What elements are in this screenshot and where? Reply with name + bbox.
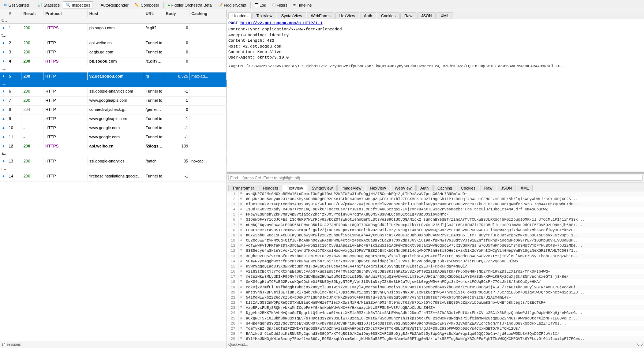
tab-syntaxview-req[interactable]: SyntaxView	[277, 12, 306, 19]
tab-syntaxview-resp[interactable]: SyntaxView	[308, 185, 337, 191]
table-row[interactable]: ▲ 2 200 HTTP api.weibo.cn Tunnel to 0	[0, 39, 226, 48]
copy-icon[interactable]: ⊞	[240, 310, 245, 315]
copy-icon[interactable]: ⊞	[240, 269, 245, 273]
code-text: RSwr9gqoQLad3J3X3WRvbtGDhP0IF3AEsC2eFUe6…	[246, 264, 643, 269]
th-content-type[interactable]: Content-Type	[0, 17, 7, 23]
statistics-button[interactable]: 📊 Statistics	[35, 1, 62, 8]
table-row[interactable]: ▲ 11 - HTTP www.google.com Tunnel to -1	[0, 133, 226, 142]
timeline-button[interactable]: ≡ Timeline	[291, 2, 315, 8]
th-body[interactable]: Body	[164, 10, 190, 17]
line-number: 19	[228, 285, 239, 290]
code-line: 29 ⊞ 6YlYHaJNMOjNWlmBmcny7Rbz41AaB6OvjEO…	[227, 336, 644, 341]
th-host[interactable]: Host	[88, 10, 144, 17]
copy-icon[interactable]: ⊞	[240, 295, 245, 299]
th-result[interactable]: Result	[22, 10, 44, 17]
get-started-button[interactable]: ⊕ Get Started	[1, 1, 31, 8]
copy-icon[interactable]: ⊞	[240, 222, 245, 227]
copy-icon[interactable]: ⊞	[240, 326, 245, 330]
copy-icon[interactable]: ⊞	[240, 243, 245, 247]
table-row[interactable]: ▲ 7 200 HTTP www.googleapis.com Tunnel t…	[0, 97, 226, 106]
tab-webview-resp[interactable]: WebView	[391, 185, 416, 191]
th-number[interactable]: #	[7, 10, 22, 17]
tab-webforms[interactable]: WebForms	[307, 12, 335, 19]
th-icon[interactable]	[0, 10, 7, 17]
tab-headers-resp[interactable]: Headers	[259, 185, 282, 191]
fiddler-script-button[interactable]: 📝 FiddlerScript	[215, 1, 249, 8]
tab-raw-resp[interactable]: Raw	[480, 185, 496, 191]
copy-icon[interactable]: ⊞	[240, 331, 245, 336]
response-content[interactable]: 1 ⊞ avaQUPZ02Mm0MOXcBSWcl6toDemof3oEgU70…	[227, 191, 644, 341]
fiddler-orchestra-button[interactable]: ● Fiddler Orchestra Beta	[165, 2, 214, 8]
filters-button[interactable]: ⊟ Filters	[270, 1, 290, 8]
sessions-table[interactable]: # Result Protocol Host URL Body Caching …	[0, 10, 226, 341]
copy-icon[interactable]: ⊞	[240, 290, 245, 294]
tab-auth-resp[interactable]: Auth	[416, 185, 433, 191]
table-row[interactable]: ▲ 8 204 HTTP connectivitycheck.g... /gen…	[0, 106, 226, 115]
tab-imageview-resp[interactable]: ImageView	[337, 185, 365, 191]
copy-icon[interactable]: ⊞	[240, 248, 245, 252]
copy-icon[interactable]: ⊞	[240, 279, 245, 284]
code-line: 10 ⊞ CL2Qc6wwrzyNNtGq+QiflE/hoAnMnOe2WRA…	[227, 238, 644, 243]
request-url[interactable]: http://v2.get.sogou.com/q HTTP/1.1	[240, 21, 322, 25]
composer-button[interactable]: ✏️ Composer	[132, 1, 162, 8]
tab-hexview-resp[interactable]: HexView	[366, 185, 390, 191]
quickfind-label[interactable]: QuickFind...	[228, 343, 248, 347]
tab-cookies-req[interactable]: Cookies	[377, 12, 400, 19]
copy-icon[interactable]: ⊞	[240, 212, 245, 216]
table-row[interactable]: ▲ 13 200 HTTP ssl.google-analytics... /b…	[0, 157, 226, 172]
table-row[interactable]: ▲ 1 200 HTTPS pb.sogou.com /c.gif?uigs_d…	[0, 24, 226, 39]
copy-icon[interactable]: ⊞	[240, 316, 245, 320]
code-text: CL2Qc6wwrzyNNtGq+QiflE/hoAnMnOe2WRAe8HwM…	[246, 238, 643, 243]
copy-icon[interactable]: ⊞	[240, 238, 245, 242]
table-row[interactable]: ▲ 14 200 HTTP firebaseinstallations.goog…	[0, 172, 226, 182]
copy-icon[interactable]: ⊞	[240, 259, 245, 263]
table-row[interactable]: ▲ 3 200 HTTP aegis.qq.com Tunnel to 0	[0, 48, 226, 57]
tab-xml-req[interactable]: XML	[437, 12, 453, 19]
copy-icon[interactable]: ⊞	[240, 264, 245, 268]
copy-icon[interactable]: ⊞	[240, 300, 245, 304]
tab-caching-resp[interactable]: Caching	[433, 185, 456, 191]
table-row[interactable]: ▲ 5 200 HTTP v2.get.sogou.com /q 8,525 m…	[0, 72, 226, 87]
copy-icon[interactable]: ⊞	[240, 217, 245, 221]
copy-icon[interactable]: ⊞	[240, 233, 245, 237]
autoresponder-button[interactable]: ↩ AutoResponder	[94, 1, 131, 8]
line-number: 24	[228, 310, 239, 315]
copy-icon[interactable]: ⊞	[240, 285, 245, 289]
tab-json-resp[interactable]: JSON	[497, 185, 516, 191]
table-row[interactable]: ▲ 4 200 HTTPS pb.sogou.com /c.gif?uigs_d…	[0, 57, 226, 72]
row-url: /q	[144, 72, 164, 80]
copy-icon[interactable]: ⊞	[240, 274, 245, 278]
copy-icon[interactable]: ⊞	[240, 254, 245, 258]
table-row[interactable]: ▲ 9 - HTTP www.googleapis.com Tunnel to …	[0, 115, 226, 124]
inspectors-button[interactable]: 🔍 Inspectors	[63, 1, 93, 8]
tab-cookies-resp[interactable]: Cookies	[457, 185, 480, 191]
tab-auth-req[interactable]: Auth	[360, 12, 377, 19]
copy-icon[interactable]: ⊞	[240, 305, 245, 310]
tab-json-req[interactable]: JSON	[417, 12, 436, 19]
table-row[interactable]: ▲ 12 200 HTTPS api.weibo.cn /2/logservic…	[0, 142, 226, 157]
code-text: 541MdMlwkoz226gvKZ5R+qOeRD7rlduhDJMcJhXT…	[246, 295, 643, 300]
copy-icon[interactable]: ⊞	[240, 336, 245, 341]
copy-icon[interactable]: ⊞	[240, 228, 245, 232]
log-button[interactable]: ☰ Log	[252, 1, 269, 8]
tab-headers[interactable]: Headers	[228, 12, 252, 19]
tab-textview-resp[interactable]: TextView	[283, 185, 307, 191]
tab-xml-resp[interactable]: XML	[517, 185, 533, 191]
th-caching[interactable]: Caching	[190, 10, 226, 17]
copy-icon[interactable]: ⊞	[240, 321, 245, 325]
table-row[interactable]: ▲ 10 - HTTP www.google.com Tunnel to -1	[0, 124, 226, 133]
tab-transformer-resp[interactable]: Transformer	[228, 185, 258, 191]
find-input[interactable]	[228, 175, 643, 181]
table-row[interactable]: ▲ 6 200 HTTP ssl.google-analytics.com Tu…	[0, 87, 226, 97]
tab-raw-req[interactable]: Raw	[400, 12, 416, 19]
copy-icon[interactable]: ⊞	[240, 191, 245, 196]
tab-hexview-req[interactable]: HexView	[335, 12, 359, 19]
row-arrow: ▲	[0, 133, 7, 141]
tab-textview-req[interactable]: TextView	[252, 12, 277, 19]
th-protocol[interactable]: Protocol	[44, 10, 88, 17]
copy-icon[interactable]: ⊞	[240, 197, 245, 201]
copy-icon[interactable]: ⊞	[240, 207, 245, 211]
code-line: 22 ⊞ kltIAvG5S2nWQPpReQCSTXWLElnOHn0WHze…	[227, 300, 644, 305]
copy-icon[interactable]: ⊞	[240, 202, 245, 206]
th-url[interactable]: URL	[144, 10, 164, 17]
